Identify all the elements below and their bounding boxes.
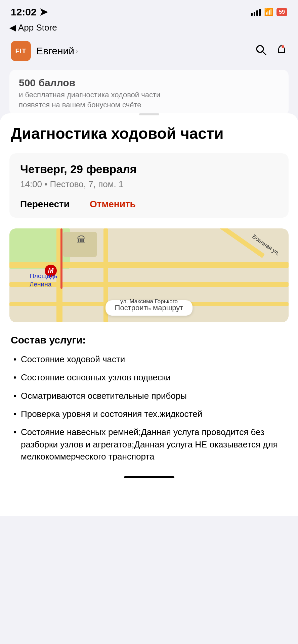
chevron-right-icon: › [76,47,78,55]
modal-sheet: Диагностика ходовой части Четверг, 29 фе… [0,113,298,516]
user-name: Евгений [36,45,74,57]
wifi-icon: 📶 [264,8,273,16]
search-button[interactable] [255,44,266,58]
service-section: Состав услуги: Состояние ходовой части С… [0,334,298,463]
list-item: Состояние основных узлов подвески [11,371,287,383]
status-time: 12:02 ➤ [11,6,48,18]
back-navigation: ◀ App Store [0,21,298,36]
fit-logo: FIT [11,41,31,61]
appointment-actions: Перенести Отменить [20,199,278,210]
sheet-title: Диагностика ходовой части [0,125,298,143]
list-item: Состояние навесных ремней;Данная услуга … [11,426,287,463]
building-icon: 🏛 [77,234,86,246]
back-arrow-icon: ◀ [9,22,16,33]
map-container[interactable]: 🏛 М ПлощадьЛенина Военная ул. Построить … [9,228,289,322]
max-gorky-street-label: ул. Максима Горького [120,298,178,305]
logo-text: FIT [15,47,27,55]
list-item: Состояние ходовой части [11,353,287,365]
svg-point-4 [282,45,284,48]
back-label: App Store [18,22,57,33]
header-left: FIT Евгений › [11,41,78,61]
list-item: Осматриваются осветительные приборы [11,390,287,402]
square-label: ПлощадьЛенина [30,272,57,288]
app-header: FIT Евгений › [0,36,298,66]
status-icons: 📶 59 [251,8,287,16]
location-arrow-icon: ➤ [39,6,48,18]
cancel-button[interactable]: Отменить [90,199,136,210]
bonus-points: 500 баллов [19,77,279,89]
appointment-date: Четверг, 29 февраля [20,163,278,176]
banner-subtitle-1: и бесплатная диагностика ходовой части [19,91,279,99]
appointment-card: Четверг, 29 февраля 14:00 • Пестово, 7, … [9,153,289,218]
back-button[interactable]: ◀ App Store [9,22,289,33]
header-icons [255,44,287,58]
reschedule-button[interactable]: Перенести [20,199,70,210]
time-display: 12:02 [11,6,37,18]
banner-subtitle-2: появятся на вашем бонусном счёте [19,101,279,109]
banner-area: 500 баллов и бесплатная диагностика ходо… [0,66,298,115]
service-section-title: Состав услуги: [11,334,287,346]
notifications-button[interactable] [276,44,287,58]
list-item: Проверка уровня и состояния тех.жидкосте… [11,408,287,420]
service-list: Состояние ходовой части Состояние основн… [11,353,287,463]
battery-level: 59 [279,9,285,15]
signal-bars-icon [251,8,261,16]
map-view: 🏛 М ПлощадьЛенина Военная ул. Построить … [9,228,289,322]
svg-line-1 [263,52,266,55]
sheet-handle [139,113,159,115]
status-bar: 12:02 ➤ 📶 59 [0,0,298,21]
user-profile[interactable]: Евгений › [36,45,78,57]
appointment-time-location: 14:00 • Пестово, 7, пом. 1 [20,179,278,190]
battery-indicator: 59 [276,8,287,16]
bonus-banner: 500 баллов и бесплатная диагностика ходо… [9,70,289,115]
home-indicator [124,476,174,478]
